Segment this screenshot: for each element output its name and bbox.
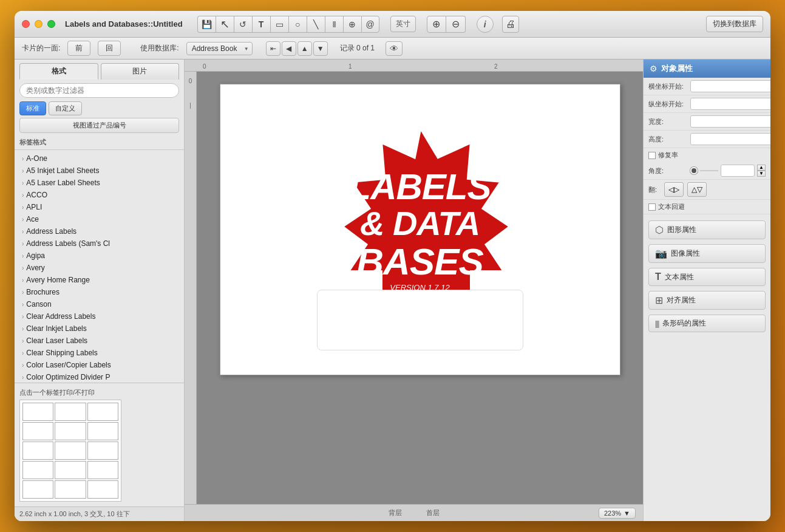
splash-text: LABELS & DATA BASES version 1.7.12 bbox=[349, 168, 491, 292]
nav-next-button[interactable]: ▲ bbox=[297, 41, 312, 56]
spacer bbox=[644, 214, 770, 218]
list-item[interactable]: ›Address Labels bbox=[15, 225, 184, 237]
tab-format[interactable]: 格式 bbox=[19, 63, 98, 80]
rotate-tool[interactable]: ↺ bbox=[234, 16, 252, 33]
splash-line1: LABELS bbox=[349, 168, 491, 206]
width-property-row: 宽度: ▲ ▼ bbox=[644, 113, 770, 131]
layer-back[interactable]: 背层 bbox=[389, 508, 402, 517]
minimize-button[interactable] bbox=[35, 20, 42, 28]
label-card[interactable] bbox=[317, 290, 523, 350]
list-item-label: A5 Laser Label Sheets bbox=[26, 179, 100, 187]
canvas-page[interactable]: LABELS & DATA BASES version 1.7.12 bbox=[220, 84, 620, 375]
list-item[interactable]: ›Clear Inkjet Labels bbox=[15, 322, 184, 335]
repeat-checkbox[interactable] bbox=[648, 152, 656, 159]
label-preview-grid[interactable] bbox=[19, 400, 121, 502]
zoom-out-button[interactable]: ⊖ bbox=[446, 16, 466, 33]
filter-custom[interactable]: 自定义 bbox=[49, 101, 82, 115]
rect-tool[interactable]: ▭ bbox=[270, 16, 288, 33]
angle-row: 角度: ▲ ▼ bbox=[644, 162, 770, 180]
list-item[interactable]: ›A5 Inkjet Label Sheets bbox=[15, 165, 184, 177]
info-button[interactable]: i bbox=[477, 16, 494, 33]
pointer-tool[interactable]: ↖ bbox=[216, 16, 234, 33]
angle-decrement[interactable]: ▼ bbox=[757, 171, 766, 177]
list-item[interactable]: ›A-One bbox=[15, 152, 184, 165]
preview-cell bbox=[22, 403, 53, 421]
product-num-button[interactable]: 视图通过产品编号 bbox=[19, 118, 179, 133]
y-input[interactable] bbox=[690, 98, 770, 110]
repeat-row: 修复率 bbox=[644, 148, 770, 162]
back-face-button[interactable]: 回 bbox=[98, 41, 121, 56]
visibility-button[interactable]: 👁 bbox=[386, 41, 403, 56]
list-item[interactable]: ›Canson bbox=[15, 298, 184, 310]
angle-slider[interactable] bbox=[690, 167, 718, 174]
zoom-indicator[interactable]: 223% ▼ bbox=[599, 508, 636, 519]
print-button[interactable]: 🖨 bbox=[502, 16, 519, 33]
barcode-tool[interactable]: ||| bbox=[325, 16, 343, 33]
switch-database-button[interactable]: 切换到数据库 bbox=[706, 16, 763, 32]
width-input[interactable] bbox=[690, 115, 770, 128]
text-wrap-checkbox[interactable] bbox=[648, 203, 656, 211]
canvas-background[interactable]: LABELS & DATA BASES version 1.7.12 bbox=[197, 72, 643, 504]
status-bar: 2.62 inch x 1.00 inch, 3 交叉, 10 往下 bbox=[15, 506, 184, 521]
close-button[interactable] bbox=[22, 20, 30, 28]
list-item[interactable]: ›Clear Laser Labels bbox=[15, 335, 184, 347]
list-item-arrow: › bbox=[22, 192, 24, 199]
zoom-level: 223% bbox=[604, 510, 621, 517]
layer-front[interactable]: 首层 bbox=[426, 508, 440, 517]
list-item[interactable]: ›Clear Address Labels bbox=[15, 310, 184, 322]
text-properties-button[interactable]: T 文本属性 bbox=[648, 268, 766, 286]
list-item-arrow: › bbox=[22, 168, 24, 174]
list-item-arrow: › bbox=[22, 301, 24, 308]
shape-properties-button[interactable]: ⬡ 图形属性 bbox=[648, 220, 766, 239]
angle-increment[interactable]: ▲ bbox=[757, 165, 766, 171]
circle-tool[interactable]: ○ bbox=[288, 16, 307, 33]
list-item[interactable]: ›Color Optimized Divider P bbox=[15, 371, 184, 383]
list-item[interactable]: ›Address Labels (Sam's Cl bbox=[15, 237, 184, 250]
list-item[interactable]: ›Clear Shipping Labels bbox=[15, 347, 184, 359]
nav-first-button[interactable]: ⇤ bbox=[266, 41, 280, 56]
nav-last-button[interactable]: ▼ bbox=[313, 41, 328, 56]
database-select[interactable]: Address Book bbox=[186, 42, 253, 55]
splash-version: version 1.7.12 bbox=[349, 284, 491, 292]
maximize-button[interactable] bbox=[47, 20, 55, 28]
preview-cell bbox=[87, 480, 118, 499]
nav-prev-button[interactable]: ◀ bbox=[282, 41, 296, 56]
preview-cell bbox=[87, 461, 118, 479]
flip-horizontal-button[interactable]: ◁▷ bbox=[664, 182, 684, 197]
image-properties-button[interactable]: 📷 图像属性 bbox=[648, 244, 766, 263]
list-item[interactable]: ›A5 Laser Label Sheets bbox=[15, 177, 184, 189]
front-face-button[interactable]: 前 bbox=[67, 41, 90, 56]
save-button[interactable]: 💾 bbox=[197, 16, 216, 33]
slider-handle[interactable] bbox=[690, 167, 698, 174]
list-item[interactable]: ›APLI bbox=[15, 201, 184, 213]
units-display[interactable]: 英寸 bbox=[390, 16, 416, 32]
list-item[interactable]: ›Avery Home Range bbox=[15, 274, 184, 286]
search-input[interactable] bbox=[19, 83, 179, 98]
list-item[interactable]: ›Agipa bbox=[15, 250, 184, 262]
list-item[interactable]: ›ACCO bbox=[15, 189, 184, 201]
flip-vertical-button[interactable]: △▽ bbox=[687, 182, 707, 197]
line-tool[interactable]: ╲ bbox=[307, 16, 325, 33]
align-icon: ⊞ bbox=[655, 295, 663, 306]
list-item[interactable]: ›Avery bbox=[15, 262, 184, 274]
height-input[interactable] bbox=[690, 133, 770, 145]
list-item[interactable]: ›Brochures bbox=[15, 286, 184, 298]
zoom-in-button[interactable]: ⊕ bbox=[427, 16, 446, 33]
filter-standard[interactable]: 标准 bbox=[19, 101, 46, 115]
list-item[interactable]: ›Color Laser/Copier Labels bbox=[15, 359, 184, 371]
angle-input[interactable] bbox=[721, 165, 755, 177]
ruler-mark-left-1: | bbox=[189, 102, 191, 109]
lock-tool[interactable]: ⊕ bbox=[343, 16, 361, 33]
list-item[interactable]: ›Ace bbox=[15, 213, 184, 225]
align-properties-button[interactable]: ⊞ 对齐属性 bbox=[648, 291, 766, 310]
right-panel: ⚙ 对象属性 横坐标开始: ▲ ▼ 纵坐标开始: ▲ ▼ 宽度 bbox=[643, 60, 770, 521]
preview-cell bbox=[22, 461, 53, 479]
database-selector[interactable]: Address Book bbox=[186, 42, 253, 55]
text-tool[interactable]: T bbox=[252, 16, 270, 33]
x-input[interactable] bbox=[690, 80, 770, 92]
at-tool[interactable]: @ bbox=[361, 16, 379, 33]
barcode-properties-button[interactable]: ||| 条形码的属性 bbox=[648, 315, 766, 332]
height-label: 高度: bbox=[648, 135, 688, 144]
shape-icon: ⬡ bbox=[655, 224, 664, 236]
tab-image[interactable]: 图片 bbox=[101, 63, 180, 80]
